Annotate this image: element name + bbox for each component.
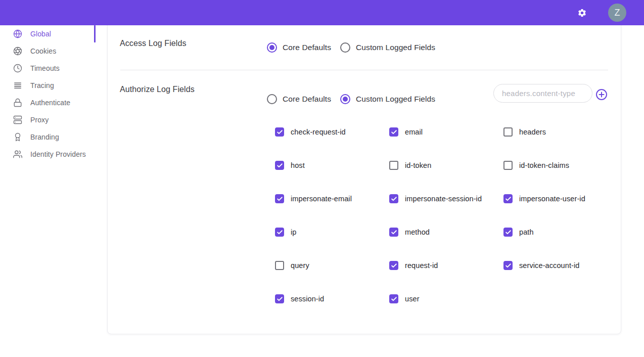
sidebar-item-label: Identity Providers: [30, 150, 86, 158]
field-checkbox-impersonate-session-id[interactable]: impersonate-session-id: [389, 182, 503, 215]
field-checkbox-host[interactable]: host: [275, 149, 389, 182]
field-checkbox-impersonate-user-id[interactable]: impersonate-user-id: [503, 182, 618, 215]
field-checkbox-label: email: [405, 128, 423, 136]
checkbox-icon: [275, 161, 284, 170]
radio-option-custom-logged-fields[interactable]: Custom Logged Fields: [340, 94, 435, 104]
checkbox-icon: [503, 261, 513, 270]
section-divider: [120, 70, 608, 70]
gear-icon: [577, 8, 587, 18]
field-checkbox-label: impersonate-email: [291, 195, 352, 203]
field-checkbox-check-request-id[interactable]: check-request-id: [275, 115, 389, 149]
sidebar-item-branding[interactable]: Branding: [0, 128, 96, 146]
radio-option-label: Custom Logged Fields: [356, 95, 435, 104]
field-checkbox-user[interactable]: user: [389, 282, 503, 316]
checkbox-icon: [389, 294, 398, 303]
sidebar-item-label: Timeouts: [30, 64, 60, 72]
sidebar-item-label: Proxy: [30, 116, 49, 124]
checkbox-icon: [503, 194, 513, 203]
clock-icon: [13, 64, 22, 73]
checkbox-icon: [503, 161, 513, 170]
field-checkbox-path[interactable]: path: [503, 215, 618, 249]
checkbox-icon: [275, 228, 284, 237]
top-app-bar: Z: [0, 0, 644, 25]
field-checkbox-label: query: [291, 261, 309, 270]
field-checkbox-label: id-token-claims: [519, 161, 569, 169]
server-icon: [13, 115, 22, 124]
field-checkbox-method[interactable]: method: [389, 215, 503, 249]
radio-icon: [267, 94, 277, 104]
field-checkbox-label: id-token: [405, 161, 431, 169]
radio-option-label: Core Defaults: [283, 43, 331, 52]
authorize-log-fields-title: Authorize Log Fields: [120, 85, 195, 94]
sidebar-item-proxy[interactable]: Proxy: [0, 111, 96, 128]
sidebar-item-tracing[interactable]: Tracing: [0, 77, 96, 94]
globe-icon: [13, 29, 22, 38]
sidebar-item-label: Authenticate: [30, 99, 70, 107]
field-checkbox-label: host: [291, 161, 305, 169]
checkbox-icon: [389, 261, 398, 270]
sidebar-item-identity-providers[interactable]: Identity Providers: [0, 146, 96, 163]
field-checkbox-label: session-id: [291, 295, 324, 303]
radio-icon: [340, 94, 350, 104]
field-checkbox-label: impersonate-user-id: [519, 195, 585, 203]
field-checkbox-request-id[interactable]: request-id: [389, 249, 503, 282]
access-log-radio-group: Core Defaults Custom Logged Fields: [267, 40, 435, 55]
lines-icon: [13, 81, 22, 90]
sidebar-item-label: Global: [30, 30, 51, 38]
settings-button[interactable]: [576, 7, 588, 19]
field-checkbox-session-id[interactable]: session-id: [275, 282, 389, 316]
radio-icon: [340, 42, 350, 53]
field-checkbox-id-token-claims[interactable]: id-token-claims: [503, 149, 618, 182]
sidebar-item-label: Tracing: [30, 81, 54, 90]
checkbox-icon: [389, 228, 398, 237]
sidebar-item-cookies[interactable]: Cookies: [0, 42, 96, 60]
sidebar-item-global[interactable]: Global: [0, 25, 96, 42]
field-checkbox-label: impersonate-session-id: [405, 195, 482, 203]
field-checkbox-service-account-id[interactable]: service-account-id: [503, 249, 618, 282]
checkbox-icon: [275, 294, 284, 303]
field-checkbox-query[interactable]: query: [275, 249, 389, 282]
checkbox-icon: [275, 194, 284, 203]
field-checkbox-headers[interactable]: headers: [503, 115, 618, 149]
avatar[interactable]: Z: [608, 4, 626, 22]
sidebar-item-label: Cookies: [30, 47, 56, 55]
checkbox-icon: [275, 261, 284, 270]
field-checkbox-label: request-id: [405, 261, 438, 270]
field-checkbox-ip[interactable]: ip: [275, 215, 389, 249]
radio-option-label: Custom Logged Fields: [356, 43, 435, 52]
field-checkbox-label: user: [405, 295, 420, 303]
field-checkbox-label: check-request-id: [291, 128, 346, 136]
field-checkbox-label: headers: [519, 128, 546, 136]
authorize-log-radio-group: Core Defaults Custom Logged Fields: [267, 92, 435, 106]
field-checkbox-label: method: [405, 228, 430, 236]
plus-circle-icon: [595, 88, 608, 101]
lock-icon: [13, 98, 22, 107]
field-checkbox-label: path: [519, 228, 534, 236]
settings-card: Access Log Fields Core Defaults Custom L…: [107, 10, 621, 334]
checkbox-icon: [389, 194, 398, 203]
sidebar-item-label: Branding: [30, 133, 59, 141]
radio-option-core-defaults[interactable]: Core Defaults: [267, 42, 331, 53]
field-checkbox-label: ip: [291, 228, 297, 236]
award-icon: [13, 132, 22, 142]
access-log-fields-title: Access Log Fields: [120, 39, 187, 48]
field-checkbox-email[interactable]: email: [389, 115, 503, 149]
radio-option-label: Core Defaults: [283, 95, 331, 104]
users-icon: [13, 150, 22, 159]
checkbox-icon: [275, 127, 284, 137]
sidebar-item-authenticate[interactable]: Authenticate: [0, 94, 96, 111]
checkbox-icon: [503, 228, 513, 237]
field-checkbox-label: service-account-id: [519, 261, 579, 270]
sidebar-item-timeouts[interactable]: Timeouts: [0, 60, 96, 77]
radio-option-core-defaults[interactable]: Core Defaults: [267, 94, 331, 104]
field-checkbox-id-token[interactable]: id-token: [389, 149, 503, 182]
add-log-field-input[interactable]: [493, 84, 592, 103]
sidebar-nav: Global Cookies Timeouts Tracing Authenti…: [0, 25, 96, 163]
field-checkbox-impersonate-email[interactable]: impersonate-email: [275, 182, 389, 215]
checkbox-icon: [503, 127, 513, 137]
aperture-icon: [13, 47, 22, 56]
radio-option-custom-logged-fields[interactable]: Custom Logged Fields: [340, 42, 435, 53]
checkbox-icon: [389, 161, 398, 170]
add-log-field-button[interactable]: [595, 88, 608, 101]
checkbox-icon: [389, 127, 398, 137]
